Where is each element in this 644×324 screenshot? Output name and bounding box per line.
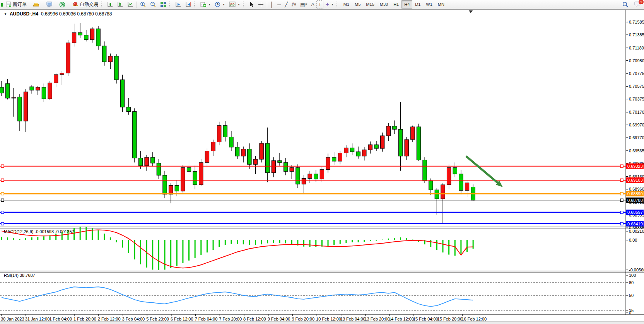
candle-body <box>314 174 318 179</box>
ohlc-values: 0.68996 0.69036 0.68780 0.68788 <box>41 11 112 17</box>
candle-chart-button[interactable] <box>115 0 125 9</box>
indicators-button[interactable]: ▼ <box>198 0 213 9</box>
timeframe-m5[interactable]: M5 <box>352 0 363 9</box>
search-icon[interactable] <box>620 0 630 9</box>
candle-body <box>217 126 221 142</box>
mt4-window: 新订单 自动交易 <box>0 0 644 324</box>
time-label: 14 Feb 12:00 <box>389 317 414 321</box>
timeframe-d1[interactable]: D1 <box>412 0 423 9</box>
chart-canvas[interactable]: 0.715850.713850.711800.709800.707750.705… <box>0 10 644 322</box>
autotrade-button[interactable]: 自动交易 <box>70 0 100 9</box>
candle-body <box>66 43 70 73</box>
signals-icon[interactable] <box>57 0 68 9</box>
hline-handle[interactable] <box>620 165 623 167</box>
hline-handle[interactable] <box>1 179 4 181</box>
timeframe-h4[interactable]: H4 <box>401 0 412 9</box>
time-label: 10 Feb 12:00 <box>316 317 341 321</box>
time-label: 1 Feb 04:00 <box>49 317 72 321</box>
rsi-axis-label: 0 <box>629 310 631 315</box>
trendline-button[interactable]: ╱ <box>283 0 290 9</box>
chevron-down-icon: ▼ <box>222 3 225 6</box>
auto-scroll-button[interactable] <box>173 0 183 9</box>
terminal-icon[interactable] <box>44 0 55 9</box>
price-tick-label: 0.70775 <box>629 71 644 76</box>
hline-handle[interactable] <box>620 222 623 225</box>
gold-icon[interactable] <box>31 0 42 9</box>
price-chip-label: 0.68419 <box>627 222 643 226</box>
timeframe-mn[interactable]: MN <box>435 0 447 9</box>
candle-body <box>417 127 420 160</box>
candles-layer <box>0 23 475 223</box>
candle-body <box>350 148 354 152</box>
rsi-value: 38.7687 <box>20 273 35 278</box>
hline-handle[interactable] <box>1 165 4 167</box>
periods-button[interactable]: ▼ <box>213 0 227 9</box>
time-label: 7 Feb 04:00 <box>195 317 218 321</box>
timeframe-w1[interactable]: W1 <box>423 0 435 9</box>
candle-body <box>423 160 427 181</box>
hline-handle[interactable] <box>1 192 4 195</box>
trend-arrow[interactable] <box>466 156 499 184</box>
price-tick-label: 0.69970 <box>629 123 644 127</box>
channel-sub-label: E <box>294 3 296 6</box>
candle-body <box>338 153 342 161</box>
time-label: 1 Feb 20:00 <box>73 317 96 321</box>
chart-shift-button[interactable] <box>183 0 193 9</box>
price-tick-label: 0.70170 <box>629 110 644 114</box>
text-tool-button[interactable]: A <box>309 0 316 9</box>
symbol-dropdown-icon[interactable]: ▼ <box>4 12 7 16</box>
toolbar-grip <box>194 2 198 7</box>
candle-body <box>90 29 94 39</box>
candle-body <box>133 111 137 158</box>
hline-handle[interactable] <box>620 192 623 195</box>
hline-handle[interactable] <box>620 179 623 181</box>
candle-body <box>157 163 161 175</box>
hline-handle[interactable] <box>620 211 623 214</box>
timeframe-m1[interactable]: M1 <box>341 0 352 9</box>
crosshair-button[interactable] <box>256 0 266 9</box>
candle-body <box>193 171 197 185</box>
candle-body <box>241 149 245 156</box>
timeframe-m30[interactable]: M30 <box>377 0 391 9</box>
fibo-icon: ▤ <box>300 2 305 7</box>
cursor-button[interactable] <box>247 0 256 9</box>
chevron-down-icon: ▼ <box>331 3 334 6</box>
hline-handle[interactable] <box>1 222 4 225</box>
equidistant-channel-button[interactable]: ⫽ E <box>290 0 298 9</box>
price-chip <box>626 221 644 227</box>
candle-body <box>175 186 179 191</box>
shapes-button[interactable]: ✦ ▼ <box>323 0 336 9</box>
chart-window[interactable]: 0.715850.713850.711800.709800.707750.705… <box>0 9 644 322</box>
new-order-button[interactable]: 新订单 <box>4 0 29 9</box>
hline-handle[interactable] <box>1 199 4 201</box>
time-label: 6 Feb 12:00 <box>171 317 193 321</box>
text-label-button[interactable]: T <box>316 0 323 9</box>
zoom-out-button[interactable] <box>148 0 158 9</box>
templates-button[interactable]: ▼ <box>227 0 242 9</box>
hline-handle[interactable] <box>1 211 4 214</box>
chat-button[interactable]: 1 <box>634 1 641 8</box>
line-chart-button[interactable] <box>125 0 135 9</box>
candle-body <box>405 140 408 156</box>
hline-button[interactable]: ─ <box>275 0 283 9</box>
price-tick-label: 0.69565 <box>629 148 644 153</box>
fibonacci-button[interactable]: ▤ F <box>298 0 309 9</box>
time-label: 16 Feb 12:00 <box>461 317 487 321</box>
timeframe-m15[interactable]: M15 <box>363 0 377 9</box>
timeframe-h1[interactable]: H1 <box>391 0 401 9</box>
channel-icon: ⫽ <box>292 2 294 7</box>
candle-body <box>48 83 52 99</box>
hline-handle[interactable] <box>620 199 623 201</box>
toolbar-grip <box>337 2 340 7</box>
rsi-axis-label: 100 <box>629 273 636 278</box>
time-label: 3 Feb 04:00 <box>122 317 145 321</box>
zoom-in-button[interactable] <box>138 0 148 9</box>
candle-body <box>290 167 294 171</box>
candle-body <box>253 159 257 164</box>
candle-body <box>163 175 167 194</box>
vline-button[interactable]: │ <box>268 0 275 9</box>
candle-body <box>54 75 58 83</box>
bar-chart-button[interactable] <box>105 0 115 9</box>
tile-windows-button[interactable] <box>158 0 168 9</box>
candle-body <box>362 150 366 156</box>
